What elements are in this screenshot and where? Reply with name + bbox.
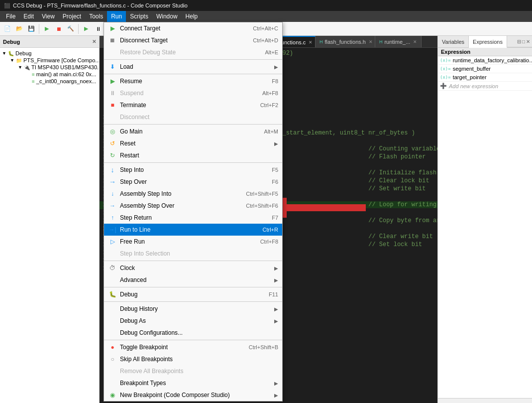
expr-label-runtime: runtime_data_factory_calibratio... [453, 57, 532, 63]
menu-view[interactable]: View [38, 11, 59, 22]
menu-item-load[interactable]: ⬇ Load ▶ [104, 61, 282, 73]
right-panel-scrollbar[interactable] [438, 398, 532, 403]
menu-item-disconnect-target[interactable]: ⏹ Disconnect Target Ctrl+Alt+D [104, 34, 282, 46]
load-label: Load [120, 63, 272, 70]
step-return-icon: ↑ [107, 213, 118, 222]
advanced-label: Advanced [120, 276, 272, 283]
tab-close-flash-c[interactable]: ✕ [309, 40, 313, 45]
drop-sep-8 [104, 340, 282, 340]
expr-item-add-new[interactable]: ➕ Add new expression [438, 82, 532, 91]
expr-item-segment-buffer[interactable]: (x)= segment_buffer [438, 65, 532, 73]
tab-flash-functions-h[interactable]: H flash_functions.h ✕ [316, 36, 375, 48]
menu-item-go-main[interactable]: ◎ Go Main Alt+M [104, 126, 282, 137]
debug-as-icon [107, 316, 118, 325]
tree-item-cint00[interactable]: ≡ _c_int00_noargs_noex... [0, 78, 99, 85]
menu-item-new-breakpoint[interactable]: ◉ New Breakpoint (Code Composer Studio) … [104, 389, 282, 401]
expr-icon-segment: (x)= [440, 66, 451, 71]
toolbar-resume[interactable]: ▶ [81, 23, 92, 34]
toolbar-suspend[interactable]: ⏸ [93, 23, 104, 34]
tree-icon-firmware: 📁 [16, 58, 22, 63]
menu-item-step-into[interactable]: ↓ Step Into F5 [104, 164, 282, 176]
menu-item-step-return[interactable]: ↑ Step Return F7 [104, 212, 282, 224]
clock-arrow: ▶ [274, 266, 278, 271]
expr-item-target-pointer[interactable]: (x)= target_pointer [438, 73, 532, 82]
right-panel-close[interactable]: ✕ [526, 39, 530, 44]
tab-close-runtime[interactable]: ✕ [413, 39, 417, 44]
tab-runtime[interactable]: H runtime_... ✕ [375, 36, 422, 48]
menu-item-breakpoint-types[interactable]: Breakpoint Types ▶ [104, 377, 282, 389]
menu-item-free-run[interactable]: ▷ Free Run Ctrl+F8 [104, 236, 282, 248]
debug-configurations-icon [107, 328, 118, 337]
terminate-label: Terminate [120, 102, 250, 109]
menu-item-assembly-step-over[interactable]: → Assembly Step Over Ctrl+Shift+F6 [104, 200, 282, 212]
assembly-step-over-icon: → [107, 201, 118, 210]
assembly-step-over-shortcut: Ctrl+Shift+F6 [236, 203, 278, 209]
remove-breakpoints-icon [107, 367, 118, 376]
debug-shortcut: F11 [259, 291, 278, 297]
menu-item-toggle-breakpoint[interactable]: ● Toggle Breakpoint Ctrl+Shift+B [104, 341, 282, 353]
menu-edit[interactable]: Edit [19, 11, 38, 22]
menu-item-debug-as[interactable]: Debug As ▶ [104, 315, 282, 327]
menu-item-clock[interactable]: ⏱ Clock ▶ [104, 262, 282, 274]
tab-variables[interactable]: Variables [438, 36, 469, 47]
menu-scripts[interactable]: Scripts [126, 11, 152, 22]
menu-run[interactable]: Run [107, 11, 126, 22]
free-run-icon: ▷ [107, 237, 118, 246]
suspend-label: Suspend [120, 90, 252, 97]
menu-item-terminate[interactable]: ■ Terminate Ctrl+F2 [104, 99, 282, 111]
menu-item-advanced[interactable]: Advanced ▶ [104, 274, 282, 286]
menu-item-skip-all-breakpoints[interactable]: ○ Skip All Breakpoints [104, 353, 282, 365]
menu-item-debug[interactable]: 🐛 Debug F11 [104, 288, 282, 300]
terminate-shortcut: Ctrl+F2 [250, 102, 278, 108]
toolbar-save[interactable]: 💾 [26, 23, 37, 34]
tree-item-main[interactable]: ≡ main() at main.ci:62 0x... [0, 71, 99, 78]
tree-icon-main: ≡ [32, 72, 35, 77]
toolbar-open[interactable]: 📂 [14, 23, 25, 34]
menu-item-connect-target[interactable]: ▶ Connect Target Ctrl+Alt+C [104, 22, 282, 34]
menu-item-step-over[interactable]: → Step Over F6 [104, 176, 282, 188]
tab-expressions[interactable]: Expressions [469, 36, 507, 48]
expr-label-add: Add new expression [449, 83, 498, 89]
menu-project[interactable]: Project [59, 11, 85, 22]
menu-item-debug-history[interactable]: Debug History ▶ [104, 303, 282, 315]
restore-debug-state-icon [107, 48, 118, 57]
skip-breakpoints-label: Skip All Breakpoints [120, 356, 278, 363]
menu-help[interactable]: Help [182, 11, 202, 22]
run-to-line-shortcut: Ctrl+R [253, 227, 278, 233]
menu-item-assembly-step-into[interactable]: ↓ Assembly Step Into Ctrl+Shift+F5 [104, 188, 282, 200]
tree-item-msp430[interactable]: ▼ 🔌 TI MSP430 USB1/MSP430... [0, 64, 99, 71]
assembly-step-over-label: Assembly Step Over [120, 202, 236, 209]
toolbar-build[interactable]: 🔨 [65, 23, 76, 34]
menu-file[interactable]: File [2, 11, 19, 22]
debug-panel-close[interactable]: ✕ [92, 39, 96, 44]
add-expression-icon: ➕ [440, 83, 447, 89]
clock-label: Clock [120, 265, 272, 271]
menu-item-restart[interactable]: ↻ Restart [104, 149, 282, 161]
toolbar-new[interactable]: 📄 [2, 23, 13, 34]
menu-item-run-to-line[interactable]: →| Run to Line Ctrl+R [104, 224, 282, 236]
disconnect-icon [107, 113, 118, 122]
menu-item-resume[interactable]: ▶ Resume F8 [104, 75, 282, 87]
expr-item-runtime[interactable]: (x)= runtime_data_factory_calibratio... [438, 56, 532, 65]
go-main-icon: ◎ [107, 127, 118, 136]
toolbar-debug-launch[interactable]: ▶ [41, 23, 52, 34]
right-panel-minimize[interactable]: ⊟ [517, 39, 521, 44]
drop-sep-5 [104, 261, 282, 261]
menu-window[interactable]: Window [152, 11, 182, 22]
resume-icon: ▶ [107, 77, 118, 86]
menu-tools[interactable]: Tools [85, 11, 107, 22]
menu-item-debug-configurations[interactable]: Debug Configurations... [104, 327, 282, 339]
tree-label-firmware: PTS_Firmware [Code Compo... [23, 57, 99, 63]
tab-close-flash-h[interactable]: ✕ [369, 39, 373, 44]
menu-item-suspend: ⏸ Suspend Alt+F8 [104, 87, 282, 99]
step-into-icon: ↓ [107, 165, 118, 174]
tree-item-debug[interactable]: ▼ 🐛 Debug [0, 50, 99, 57]
tree-item-firmware[interactable]: ▼ 📁 PTS_Firmware [Code Compo... [0, 57, 99, 64]
right-panel-maximize[interactable]: □ [522, 39, 525, 44]
menu-item-restore-debug-state: Restore Debug State Alt+E [104, 46, 282, 58]
menu-item-reset[interactable]: ↺ Reset ▶ [104, 137, 282, 149]
disconnect-target-shortcut: Ctrl+Alt+D [243, 37, 278, 43]
connect-target-shortcut: Ctrl+Alt+C [243, 25, 278, 31]
step-return-shortcut: F7 [262, 215, 278, 221]
toolbar-stop[interactable]: ⏹ [53, 23, 64, 34]
